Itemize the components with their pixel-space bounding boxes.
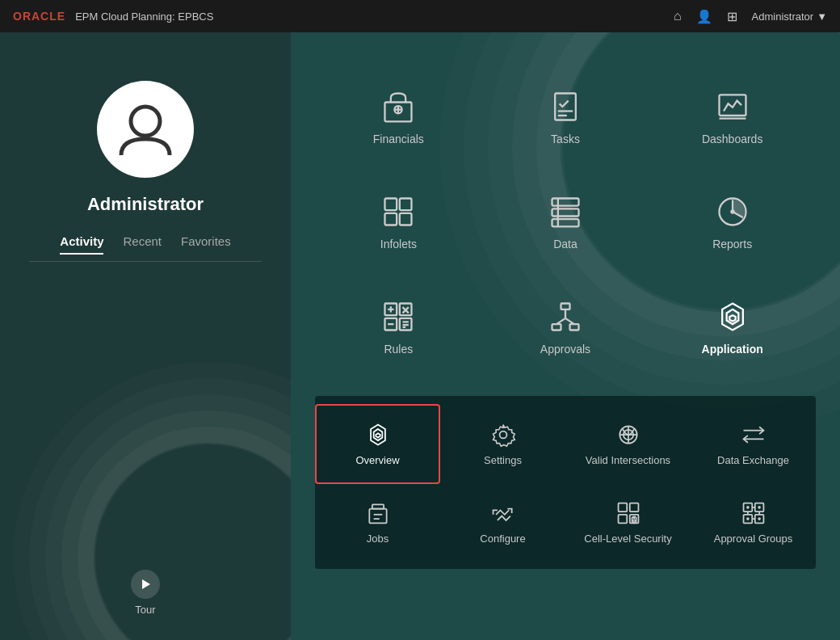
svg-rect-14 xyxy=(400,213,412,225)
settings-label: Settings xyxy=(484,454,522,466)
data-label: Data xyxy=(553,238,578,251)
nav-item-approvals[interactable]: Approvals xyxy=(482,275,649,380)
svg-marker-46 xyxy=(376,433,380,437)
svg-rect-13 xyxy=(385,213,397,225)
oracle-logo: ORACLE xyxy=(13,10,65,23)
valid-intersections-label: Valid Intersections xyxy=(586,454,670,466)
approvals-icon xyxy=(548,299,583,335)
header-left: ORACLE EPM Cloud Planning: EPBCS xyxy=(13,10,213,23)
svg-rect-11 xyxy=(385,199,397,211)
data-exchange-icon xyxy=(741,422,766,448)
tab-favorites[interactable]: Favorites xyxy=(181,234,231,255)
reports-icon xyxy=(715,194,750,229)
dashboards-label: Dashboards xyxy=(702,133,763,145)
nav-item-dashboards[interactable]: Dashboards xyxy=(649,65,816,170)
application-icon xyxy=(715,299,750,335)
nav-item-data[interactable]: Data xyxy=(482,170,649,275)
submenu-item-configure[interactable]: Configure xyxy=(440,484,565,561)
svg-rect-58 xyxy=(618,503,627,512)
nav-grid: Financials Tasks Dashboards xyxy=(291,32,840,396)
svg-rect-59 xyxy=(629,503,638,512)
svg-point-70 xyxy=(746,517,750,520)
tasks-label: Tasks xyxy=(551,133,580,145)
svg-marker-44 xyxy=(371,425,385,445)
tab-recent[interactable]: Recent xyxy=(123,234,162,255)
overview-icon xyxy=(365,422,391,448)
sidebar-tabs: Activity Recent Favorites xyxy=(29,234,262,262)
approval-groups-icon xyxy=(741,500,766,526)
nav-item-infolets[interactable]: Infolets xyxy=(315,170,482,275)
svg-rect-17 xyxy=(552,219,578,226)
svg-point-22 xyxy=(730,209,735,214)
header: ORACLE EPM Cloud Planning: EPBCS ⌂ 👤 ⊞ A… xyxy=(0,0,840,32)
home-icon[interactable]: ⌂ xyxy=(674,9,682,23)
submenu-item-overview[interactable]: Overview xyxy=(315,404,440,484)
rules-label: Rules xyxy=(384,343,413,356)
configure-icon xyxy=(490,500,516,526)
avatar xyxy=(97,81,194,178)
overview-label: Overview xyxy=(355,454,399,466)
grid-icon[interactable]: ⊞ xyxy=(727,9,737,24)
svg-rect-12 xyxy=(400,199,412,211)
svg-point-68 xyxy=(746,506,750,509)
main-layout: Administrator Activity Recent Favorites … xyxy=(0,32,840,640)
header-title: EPM Cloud Planning: EPBCS xyxy=(75,11,213,23)
approvals-label: Approvals xyxy=(540,343,590,356)
approval-groups-label: Approval Groups xyxy=(714,533,793,545)
svg-point-47 xyxy=(499,432,506,439)
data-icon xyxy=(548,194,583,229)
header-right: ⌂ 👤 ⊞ Administrator ▼ xyxy=(674,9,827,24)
financials-icon xyxy=(380,89,416,124)
nav-item-reports[interactable]: Reports xyxy=(649,170,816,275)
submenu-item-valid-intersections[interactable]: Valid Intersections xyxy=(565,404,691,484)
cell-level-security-icon xyxy=(615,500,641,526)
user-icon[interactable]: 👤 xyxy=(696,9,712,24)
submenu-item-approval-groups[interactable]: Approval Groups xyxy=(691,484,816,561)
svg-marker-41 xyxy=(722,304,743,331)
svg-rect-9 xyxy=(719,95,746,116)
nav-item-application[interactable]: Application xyxy=(649,275,816,380)
tour-label: Tour xyxy=(135,604,155,616)
submenu-item-data-exchange[interactable]: Data Exchange xyxy=(691,404,816,484)
svg-rect-60 xyxy=(618,515,627,524)
svg-rect-35 xyxy=(561,304,569,309)
submenu-panel: Overview Settings Valid Int xyxy=(315,396,816,569)
svg-rect-36 xyxy=(552,324,561,330)
configure-label: Configure xyxy=(480,533,525,545)
reports-label: Reports xyxy=(712,238,752,251)
infolets-icon xyxy=(380,194,416,229)
chevron-down-icon: ▼ xyxy=(817,11,827,23)
submenu-item-cell-level-security[interactable]: Cell-Level Security xyxy=(565,484,691,561)
submenu-item-jobs[interactable]: Jobs xyxy=(315,484,440,561)
jobs-label: Jobs xyxy=(367,533,388,545)
tour-button[interactable]: Tour xyxy=(131,570,160,616)
valid-intersections-icon xyxy=(615,422,641,448)
nav-item-rules[interactable]: Rules xyxy=(315,275,482,380)
submenu-item-settings[interactable]: Settings xyxy=(440,404,565,484)
rules-icon xyxy=(380,299,416,335)
svg-point-69 xyxy=(758,506,761,509)
svg-line-39 xyxy=(556,318,565,324)
tour-play-icon xyxy=(131,570,160,599)
tab-activity[interactable]: Activity xyxy=(60,234,103,255)
cell-level-security-label: Cell-Level Security xyxy=(584,533,671,545)
jobs-icon xyxy=(365,500,391,526)
svg-marker-43 xyxy=(729,315,735,321)
tasks-icon xyxy=(548,89,583,124)
svg-rect-55 xyxy=(369,509,386,524)
nav-item-tasks[interactable]: Tasks xyxy=(482,65,649,170)
financials-label: Financials xyxy=(373,133,424,145)
nav-item-financials[interactable]: Financials xyxy=(315,65,482,170)
svg-line-40 xyxy=(565,318,574,324)
svg-point-0 xyxy=(131,107,160,136)
content-area: Financials Tasks Dashboards xyxy=(291,32,840,640)
application-label: Application xyxy=(702,343,763,356)
sidebar: Administrator Activity Recent Favorites … xyxy=(0,32,291,640)
admin-menu-button[interactable]: Administrator ▼ xyxy=(752,11,827,23)
svg-rect-37 xyxy=(569,324,578,330)
sidebar-admin-name: Administrator xyxy=(87,194,204,215)
svg-rect-15 xyxy=(552,199,578,206)
dashboards-icon xyxy=(715,89,750,124)
svg-point-71 xyxy=(758,517,761,520)
sidebar-bottom: Tour xyxy=(131,570,160,616)
